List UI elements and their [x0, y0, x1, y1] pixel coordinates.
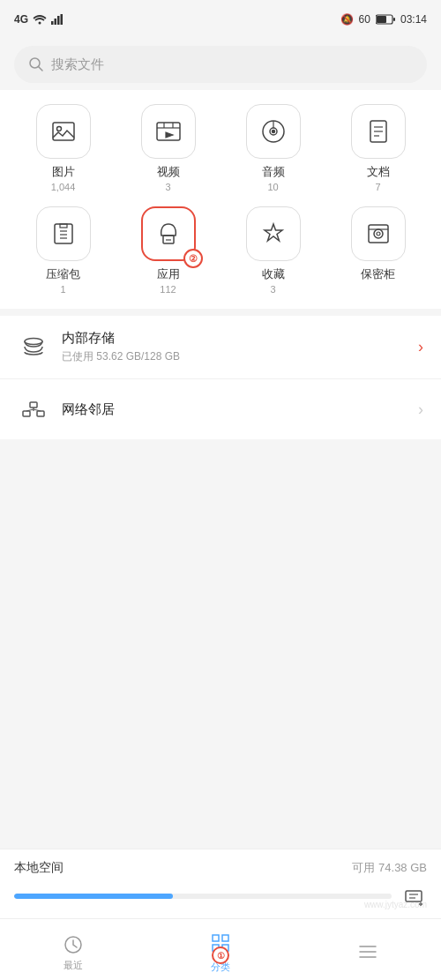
svg-marker-32: [265, 224, 282, 241]
video-icon-wrapper: [141, 104, 196, 159]
status-bar: 4G 🔕 60 03:14: [0, 0, 441, 39]
category-vault[interactable]: 保密柜: [329, 206, 427, 295]
network-storage-item[interactable]: 网络邻居 ›: [0, 379, 441, 439]
video-icon: [155, 118, 182, 145]
apps-icon: [155, 221, 182, 247]
third-nav-icon: [357, 941, 378, 962]
svg-rect-1: [51, 21, 54, 25]
signal-bars-icon: [51, 14, 64, 25]
nav-categories-icon-wrapper: ①: [210, 932, 231, 957]
archive-icon-wrapper: [36, 206, 91, 261]
bottom-nav: 最近 ① 分类: [0, 918, 441, 980]
svg-line-9: [39, 67, 43, 71]
nav-categories-badge: ①: [212, 946, 229, 964]
svg-rect-40: [30, 402, 37, 408]
time: 03:14: [400, 13, 427, 26]
storage-section: 内部存储 已使用 53.62 GB/128 GB › 网络邻居 ›: [0, 316, 441, 439]
apps-icon-wrapper: ②: [141, 206, 196, 261]
svg-rect-39: [37, 411, 44, 416]
storage-progress-fill: [14, 894, 173, 899]
category-video[interactable]: 视频 3: [119, 104, 217, 192]
svg-rect-33: [369, 225, 388, 243]
battery-icon: [376, 14, 395, 25]
status-right: 🔕 60 03:14: [340, 13, 427, 26]
search-icon: [28, 56, 44, 72]
archive-name: 压缩包: [46, 266, 80, 282]
images-icon: [50, 118, 77, 145]
svg-point-37: [25, 338, 42, 344]
docs-icon: [365, 118, 392, 145]
svg-point-19: [272, 131, 274, 133]
svg-rect-7: [393, 18, 395, 21]
nav-recent[interactable]: 最近: [0, 927, 147, 972]
docs-icon-wrapper: [351, 104, 406, 159]
nav-recent-label: 最近: [64, 959, 83, 972]
svg-rect-3: [57, 16, 60, 25]
svg-rect-4: [61, 14, 64, 25]
category-images[interactable]: 图片 1,044: [14, 104, 112, 192]
categories-grid: 图片 1,044 视频 3: [0, 104, 441, 295]
favorites-count: 3: [270, 284, 275, 295]
svg-rect-10: [53, 123, 74, 140]
category-archive[interactable]: 压缩包 1: [14, 206, 112, 295]
images-name: 图片: [52, 164, 75, 180]
favorites-name: 收藏: [262, 266, 285, 282]
category-favorites[interactable]: 收藏 3: [224, 206, 322, 295]
svg-rect-38: [23, 411, 30, 416]
internal-storage-subtitle: 已使用 53.62 GB/128 GB: [62, 349, 418, 364]
svg-rect-25: [55, 224, 72, 243]
storage-layers-icon: [21, 335, 46, 360]
svg-marker-16: [166, 132, 173, 138]
network-storage-chevron: ›: [418, 400, 423, 419]
recent-icon: [63, 934, 84, 955]
audio-name: 音频: [262, 164, 285, 180]
favorites-icon: [260, 221, 287, 247]
bottom-storage-label: 本地空间: [14, 860, 64, 876]
category-audio[interactable]: 音频 10: [224, 104, 322, 192]
network-storage-icon: [18, 393, 49, 425]
apps-count: 112: [160, 284, 176, 295]
search-placeholder: 搜索文件: [51, 56, 104, 73]
docs-count: 7: [375, 182, 380, 192]
svg-rect-6: [377, 16, 386, 23]
categories-section: 图片 1,044 视频 3: [0, 90, 441, 309]
bell-icon: 🔕: [340, 13, 354, 26]
archive-count: 1: [60, 284, 65, 295]
images-count: 1,044: [51, 182, 76, 192]
archive-icon: [50, 221, 77, 247]
internal-storage-icon: [18, 332, 49, 363]
svg-point-11: [56, 127, 61, 131]
svg-rect-12: [157, 123, 180, 140]
watermark: www.jytyaz.com: [364, 900, 427, 909]
audio-count: 10: [267, 182, 278, 192]
apps-badge: ②: [183, 249, 203, 268]
network-storage-info: 网络邻居: [62, 401, 418, 418]
svg-point-34: [374, 229, 383, 238]
network-icon: [21, 397, 46, 422]
category-docs[interactable]: 文档 7: [329, 104, 427, 192]
svg-point-0: [39, 22, 41, 25]
vault-icon-wrapper: [351, 206, 406, 261]
wifi-icon: [33, 14, 47, 25]
bottom-storage-header: 本地空间 可用 74.38 GB: [14, 860, 427, 876]
network-storage-title: 网络邻居: [62, 401, 418, 418]
internal-storage-chevron: ›: [418, 338, 423, 356]
video-name: 视频: [157, 164, 180, 180]
nav-third[interactable]: [294, 934, 441, 966]
search-bar[interactable]: 搜索文件: [14, 46, 427, 83]
docs-name: 文档: [367, 164, 390, 180]
favorites-icon-wrapper: [246, 206, 301, 261]
internal-storage-title: 内部存储: [62, 330, 418, 347]
audio-icon-wrapper: [246, 104, 301, 159]
bottom-storage-available: 可用 74.38 GB: [352, 860, 427, 876]
svg-point-35: [377, 232, 380, 236]
status-left: 4G: [14, 13, 64, 26]
vault-name: 保密柜: [361, 266, 395, 282]
audio-icon: [260, 118, 287, 145]
apps-name: 应用: [157, 266, 180, 282]
images-icon-wrapper: [36, 104, 91, 159]
vault-icon: [365, 221, 392, 247]
internal-storage-item[interactable]: 内部存储 已使用 53.62 GB/128 GB ›: [0, 316, 441, 379]
nav-categories[interactable]: ① 分类: [147, 925, 295, 974]
category-apps[interactable]: ② 应用 112: [119, 206, 217, 295]
